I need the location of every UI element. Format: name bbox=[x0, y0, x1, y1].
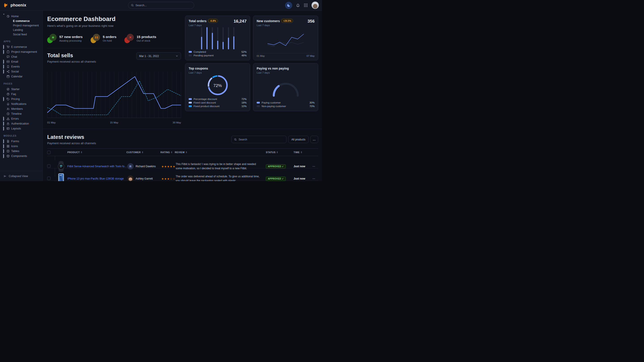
column-header-review[interactable]: REVIEW bbox=[175, 151, 266, 154]
sidebar-item-pricing[interactable]: Pricing bbox=[3, 97, 41, 101]
sidebar-item-layouts[interactable]: Layouts bbox=[3, 126, 41, 131]
reviews-search[interactable] bbox=[231, 136, 286, 143]
sidebar-item-home[interactable]: Home bbox=[3, 14, 41, 19]
legend-swatch bbox=[257, 102, 260, 103]
legend-swatch bbox=[189, 105, 192, 107]
x-tick: 07 May bbox=[306, 54, 314, 57]
sidebar-section-label: APPS bbox=[4, 40, 41, 43]
sidebar-item-starter[interactable]: Starter bbox=[3, 87, 41, 92]
x-tick: 30 May bbox=[172, 121, 181, 124]
row-checkbox[interactable] bbox=[47, 164, 50, 168]
column-header-customer[interactable]: CUSTOMER bbox=[126, 151, 160, 154]
sort-icon bbox=[81, 151, 82, 153]
review-time: Just now bbox=[294, 165, 312, 168]
sidebar-item-chat[interactable]: Chat bbox=[3, 54, 41, 59]
sidebar-item-authentication[interactable]: Authentication bbox=[3, 121, 41, 126]
clock-icon bbox=[6, 112, 10, 115]
more-options-button[interactable]: ... bbox=[310, 136, 318, 143]
sidebar-item-members[interactable]: Members bbox=[3, 106, 41, 111]
sidebar-item-project-management[interactable]: Project management bbox=[3, 49, 41, 54]
sidebar-item-e-commerce[interactable]: E commerce bbox=[3, 44, 41, 49]
review-text: This Fitbit is fantastic! I was trying t… bbox=[176, 162, 266, 170]
reviews-search-input[interactable] bbox=[238, 138, 284, 141]
product-thumbnail[interactable] bbox=[55, 180, 67, 181]
calendar-icon bbox=[6, 75, 10, 78]
bookmark-icon bbox=[6, 65, 10, 68]
row-checkbox[interactable] bbox=[47, 177, 50, 180]
page-subtitle: Here's what's going on at your business … bbox=[47, 24, 181, 27]
sidebar-nav: HomeE commerceProject managementLandingS… bbox=[0, 11, 43, 181]
total-sells-x-axis: 01 May 15 May 30 May bbox=[47, 121, 181, 124]
dashboard-top-section: Ecommerce Dashboard Here's what's going … bbox=[43, 11, 322, 124]
dashboard-left-column: Ecommerce Dashboard Here's what's going … bbox=[47, 16, 181, 124]
select-all-checkbox[interactable] bbox=[47, 151, 50, 154]
card-period: Last 7 days bbox=[257, 71, 314, 74]
product-link[interactable]: iPhone 13 pro max-Pacific Blue-128GB sto… bbox=[67, 177, 127, 180]
new-customers-value: 356 bbox=[308, 19, 314, 24]
pie-icon bbox=[6, 15, 10, 18]
sidebar-item-forms[interactable]: Forms bbox=[3, 139, 41, 144]
customer-cell[interactable]: RRichard Dawkins bbox=[127, 163, 161, 169]
column-header-product[interactable]: PRODUCT bbox=[67, 151, 126, 154]
sidebar-item-social[interactable]: Social bbox=[3, 69, 41, 74]
column-header-rating[interactable]: RATING bbox=[160, 151, 175, 154]
row-actions-button[interactable]: ⋯ bbox=[312, 165, 318, 168]
collapse-sidebar-button[interactable]: Collapsed View bbox=[0, 171, 42, 181]
global-search-input[interactable] bbox=[136, 4, 191, 7]
new-customers-card: New customers+26.5% Last 7 days 356 01 M… bbox=[253, 16, 318, 60]
customer-cell[interactable]: Ashley Garrett bbox=[127, 176, 161, 181]
orders-bar-chart bbox=[189, 27, 246, 50]
sidebar-item-notifications[interactable]: Notifications bbox=[3, 101, 41, 106]
product-thumbnail[interactable] bbox=[55, 168, 67, 181]
legend-swatch bbox=[189, 54, 192, 56]
global-search[interactable] bbox=[128, 2, 194, 9]
reviews-table-header: PRODUCTCUSTOMERRATINGREVIEWSTATUSTIME bbox=[47, 148, 318, 156]
lock-icon bbox=[6, 122, 10, 125]
stat-green-icon: ★ bbox=[47, 34, 56, 43]
app-grid-icon[interactable] bbox=[304, 3, 308, 7]
sidebar-item-errors[interactable]: Errors bbox=[3, 116, 41, 121]
sidebar-item-email[interactable]: Email bbox=[3, 59, 41, 64]
sidebar-item-tables[interactable]: Tables bbox=[3, 149, 41, 154]
sidebar-item-components[interactable]: Components bbox=[3, 154, 41, 159]
product-link[interactable]: Fitbit Sense Advanced Smartwatch with To… bbox=[67, 165, 127, 168]
legend-swatch bbox=[189, 102, 192, 103]
card-title: Paying vs non paying bbox=[257, 67, 289, 70]
sidebar-item-events[interactable]: Events bbox=[3, 64, 41, 69]
sidebar-subitem-landing[interactable]: Landing bbox=[3, 28, 41, 32]
reviews-controls: All products ... bbox=[231, 136, 318, 143]
stat-orange: ❚❚5 ordersOn hold bbox=[91, 34, 116, 43]
row-actions-button[interactable]: ⋯ bbox=[312, 177, 318, 180]
sidebar-subitem-social-feed[interactable]: Social feed bbox=[3, 32, 41, 37]
trend-badge: -6.8% bbox=[208, 19, 218, 23]
sidebar-subitem-project-management[interactable]: Project management bbox=[3, 23, 41, 28]
column-header-time[interactable]: TIME bbox=[294, 151, 312, 154]
sidebar-item-timeline[interactable]: Timeline bbox=[3, 111, 41, 116]
file-icon bbox=[6, 140, 10, 143]
all-products-button[interactable]: All products bbox=[288, 136, 308, 143]
sidebar-item-calendar[interactable]: Calendar bbox=[3, 74, 41, 79]
sidebar-subitem-e-commerce[interactable]: E commerce bbox=[3, 19, 41, 23]
legend-swatch bbox=[257, 105, 260, 107]
notifications-bell-icon[interactable] bbox=[296, 3, 300, 7]
chat-icon bbox=[6, 55, 10, 58]
cube-icon bbox=[6, 154, 10, 158]
kpi-cards-grid: Total orders-6.8% Last 7 days 16,247 Com… bbox=[185, 16, 318, 124]
total-sells-header: Total sells Payment received across all … bbox=[47, 52, 181, 63]
brand[interactable]: phoenix bbox=[0, 3, 43, 8]
legend-row: Fixed card discount18% bbox=[189, 101, 246, 104]
status-badge: APPROVED ✓ bbox=[266, 164, 286, 169]
user-avatar[interactable] bbox=[312, 1, 319, 9]
legend-swatch bbox=[189, 98, 192, 100]
date-range-select[interactable]: Mar 1 - 31, 2022 bbox=[136, 52, 181, 60]
column-header-status[interactable]: STATUS bbox=[266, 151, 294, 154]
dark-mode-toggle[interactable] bbox=[285, 2, 292, 9]
customers-x-axis: 01 May 07 May bbox=[257, 53, 314, 57]
sort-icon bbox=[171, 151, 172, 153]
cart-icon bbox=[6, 45, 10, 48]
total-sells-title: Total sells bbox=[47, 52, 136, 58]
stat-orange-icon: ❚❚ bbox=[91, 34, 100, 43]
sidebar-item-icons[interactable]: Icons bbox=[3, 144, 41, 149]
legend-row: Fixed product discount10% bbox=[189, 104, 246, 108]
sidebar-item-faq[interactable]: Faq bbox=[3, 92, 41, 97]
